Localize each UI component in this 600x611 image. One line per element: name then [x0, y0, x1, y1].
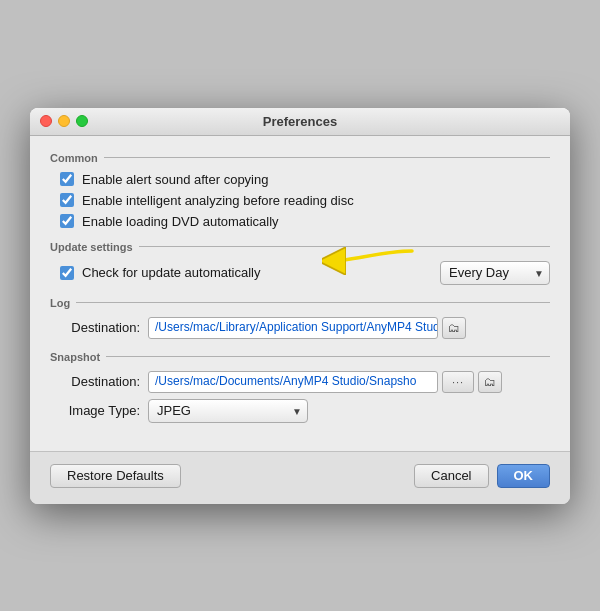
window-controls	[40, 115, 88, 127]
update-frequency-select[interactable]: Every Day Every Week Every Month	[440, 261, 550, 285]
snapshot-section: Snapshot Destination: /Users/mac/Documen…	[50, 351, 550, 423]
snapshot-destination-label: Destination:	[60, 374, 140, 389]
alert-sound-checkbox[interactable]	[60, 172, 74, 186]
loading-dvd-checkbox[interactable]	[60, 214, 74, 228]
update-section: Update settings Check for update	[50, 241, 550, 285]
update-section-line	[139, 246, 550, 247]
titlebar: Preferences	[30, 108, 570, 136]
cancel-button[interactable]: Cancel	[414, 464, 488, 488]
ok-button[interactable]: OK	[497, 464, 551, 488]
auto-update-label: Check for update automatically	[82, 265, 260, 280]
restore-defaults-button[interactable]: Restore Defaults	[50, 464, 181, 488]
preferences-content: Common Enable alert sound after copying …	[30, 136, 570, 451]
log-section: Log Destination: /Users/mac/Library/Appl…	[50, 297, 550, 339]
snapshot-section-line	[106, 356, 550, 357]
image-type-label: Image Type:	[60, 403, 140, 418]
log-destination-path[interactable]: /Users/mac/Library/Application Support/A…	[148, 317, 438, 339]
log-destination-row: Destination: /Users/mac/Library/Applicat…	[50, 317, 550, 339]
update-section-label: Update settings	[50, 241, 139, 253]
snapshot-destination-path[interactable]: /Users/mac/Documents/AnyMP4 Studio/Snaps…	[148, 371, 438, 393]
footer-right-buttons: Cancel OK	[414, 464, 550, 488]
log-folder-icon: 🗂	[448, 321, 460, 335]
image-type-select[interactable]: JPEG PNG BMP	[148, 399, 308, 423]
intelligent-analyzing-checkbox[interactable]	[60, 193, 74, 207]
alert-sound-label: Enable alert sound after copying	[82, 172, 268, 187]
maximize-button[interactable]	[76, 115, 88, 127]
alert-sound-row: Enable alert sound after copying	[50, 172, 550, 187]
update-frequency-container: Every Day Every Week Every Month ▼	[440, 261, 550, 285]
window-title: Preferences	[263, 114, 337, 129]
update-check-row: Check for update automatically Every Day…	[50, 261, 550, 285]
snapshot-dots-icon: ···	[452, 376, 464, 388]
snapshot-dots-button[interactable]: ···	[442, 371, 474, 393]
snapshot-folder-icon: 🗂	[484, 375, 496, 389]
snapshot-section-label: Snapshot	[50, 351, 106, 363]
log-destination-label: Destination:	[60, 320, 140, 335]
image-type-row: Image Type: JPEG PNG BMP ▼	[50, 399, 550, 423]
update-checkbox-container: Check for update automatically	[60, 265, 430, 280]
snapshot-destination-row: Destination: /Users/mac/Documents/AnyMP4…	[50, 371, 550, 393]
image-type-container: JPEG PNG BMP ▼	[148, 399, 308, 423]
update-section-header: Update settings	[50, 241, 550, 253]
common-section: Common Enable alert sound after copying …	[50, 152, 550, 229]
intelligent-analyzing-label: Enable intelligent analyzing before read…	[82, 193, 354, 208]
close-button[interactable]	[40, 115, 52, 127]
auto-update-checkbox[interactable]	[60, 266, 74, 280]
common-section-line	[104, 157, 550, 158]
log-section-line	[76, 302, 550, 303]
minimize-button[interactable]	[58, 115, 70, 127]
log-section-header: Log	[50, 297, 550, 309]
loading-dvd-row: Enable loading DVD automatically	[50, 214, 550, 229]
preferences-window: Preferences Common Enable alert sound af…	[30, 108, 570, 504]
loading-dvd-label: Enable loading DVD automatically	[82, 214, 279, 229]
common-section-header: Common	[50, 152, 550, 164]
log-section-label: Log	[50, 297, 76, 309]
footer: Restore Defaults Cancel OK	[30, 451, 570, 504]
snapshot-folder-browse-button[interactable]: 🗂	[478, 371, 502, 393]
log-folder-browse-button[interactable]: 🗂	[442, 317, 466, 339]
common-section-label: Common	[50, 152, 104, 164]
intelligent-analyzing-row: Enable intelligent analyzing before read…	[50, 193, 550, 208]
snapshot-section-header: Snapshot	[50, 351, 550, 363]
